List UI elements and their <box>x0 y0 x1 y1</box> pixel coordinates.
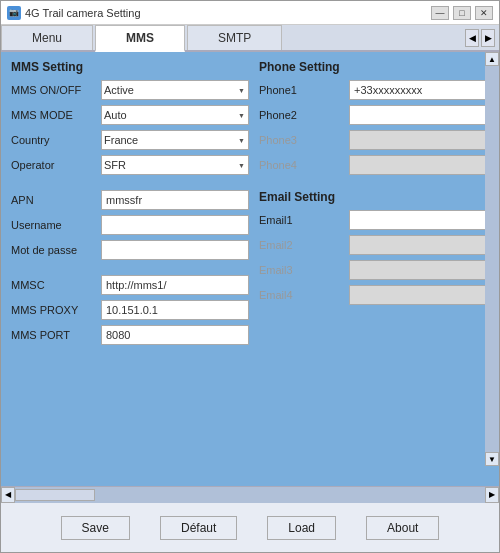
save-button[interactable]: Save <box>61 516 130 540</box>
password-input[interactable] <box>101 240 249 260</box>
phone2-row: Phone2 <box>259 105 485 125</box>
minimize-button[interactable]: — <box>431 6 449 20</box>
mmsport-row: MMS PORT <box>11 325 249 345</box>
scroll-up-arrow[interactable]: ▲ <box>485 52 499 66</box>
mms-onoff-select[interactable]: Active Inactive <box>101 80 249 100</box>
tab-next-arrow[interactable]: ▶ <box>481 29 495 47</box>
mmsport-label: MMS PORT <box>11 329 101 341</box>
left-panel: MMS Setting MMS ON/OFF Active Inactive M… <box>11 60 249 482</box>
email-setting-title: Email Setting <box>259 190 485 204</box>
phone2-label: Phone2 <box>259 109 349 121</box>
tabs-row: Menu MMS SMTP ◀ ▶ <box>1 25 499 52</box>
operator-row: Operator SFR <box>11 155 249 175</box>
mmsc-row: MMSC <box>11 275 249 295</box>
mmsproxy-input[interactable] <box>101 300 249 320</box>
email1-label: Email1 <box>259 214 349 226</box>
mms-mode-select-wrapper: Auto Manual <box>101 105 249 125</box>
country-select-wrapper: France <box>101 130 249 150</box>
close-button[interactable]: ✕ <box>475 6 493 20</box>
password-row: Mot de passe <box>11 240 249 260</box>
mms-onoff-label: MMS ON/OFF <box>11 84 101 96</box>
phone1-input[interactable] <box>349 80 485 100</box>
phone3-label: Phone3 <box>259 134 349 146</box>
mmsproxy-label: MMS PROXY <box>11 304 101 316</box>
footer: Save Défaut Load About <box>1 502 499 552</box>
email4-input <box>349 285 485 305</box>
email3-row: Email3 <box>259 260 485 280</box>
title-bar-left: 📷 4G Trail camera Setting <box>7 6 141 20</box>
username-row: Username <box>11 215 249 235</box>
phone1-label: Phone1 <box>259 84 349 96</box>
right-panel: Phone Setting Phone1 Phone2 Phone3 Phone… <box>259 60 485 482</box>
mms-onoff-select-wrapper: Active Inactive <box>101 80 249 100</box>
email4-row: Email4 <box>259 285 485 305</box>
phone1-row: Phone1 <box>259 80 485 100</box>
phone3-row: Phone3 <box>259 130 485 150</box>
phone2-input[interactable] <box>349 105 485 125</box>
tab-mms[interactable]: MMS <box>95 25 185 52</box>
hscroll-thumb[interactable] <box>15 489 95 501</box>
divider2 <box>11 265 249 273</box>
username-label: Username <box>11 219 101 231</box>
apn-row: APN <box>11 190 249 210</box>
apn-label: APN <box>11 194 101 206</box>
tab-navigation: ◀ ▶ <box>461 25 499 50</box>
about-button[interactable]: About <box>366 516 439 540</box>
email3-label: Email3 <box>259 264 349 276</box>
app-icon: 📷 <box>7 6 21 20</box>
mms-setting-title: MMS Setting <box>11 60 249 74</box>
operator-label: Operator <box>11 159 101 171</box>
load-button[interactable]: Load <box>267 516 336 540</box>
content-area: MMS Setting MMS ON/OFF Active Inactive M… <box>1 52 485 486</box>
main-window: 📷 4G Trail camera Setting — □ ✕ Menu MMS… <box>0 0 500 553</box>
mms-onoff-row: MMS ON/OFF Active Inactive <box>11 80 249 100</box>
country-row: Country France <box>11 130 249 150</box>
email2-input <box>349 235 485 255</box>
tab-menu[interactable]: Menu <box>1 25 93 50</box>
window-title: 4G Trail camera Setting <box>25 7 141 19</box>
operator-select-wrapper: SFR <box>101 155 249 175</box>
email2-row: Email2 <box>259 235 485 255</box>
phone-setting-title: Phone Setting <box>259 60 485 74</box>
password-label: Mot de passe <box>11 244 101 256</box>
maximize-button[interactable]: □ <box>453 6 471 20</box>
scroll-track[interactable] <box>485 66 499 452</box>
email4-label: Email4 <box>259 289 349 301</box>
divider1 <box>11 180 249 188</box>
horizontal-scrollbar[interactable]: ◀ ▶ <box>1 486 499 502</box>
mmsc-input[interactable] <box>101 275 249 295</box>
mms-mode-label: MMS MODE <box>11 109 101 121</box>
mmsproxy-row: MMS PROXY <box>11 300 249 320</box>
operator-select[interactable]: SFR <box>101 155 249 175</box>
mmsc-label: MMSC <box>11 279 101 291</box>
phone4-row: Phone4 <box>259 155 485 175</box>
tab-prev-arrow[interactable]: ◀ <box>465 29 479 47</box>
main-content: ▲ ▼ MMS Setting MMS ON/OFF Active Inacti… <box>1 52 499 486</box>
hscroll-right-arrow[interactable]: ▶ <box>485 487 499 503</box>
scroll-down-arrow[interactable]: ▼ <box>485 452 499 466</box>
country-select[interactable]: France <box>101 130 249 150</box>
tab-smtp[interactable]: SMTP <box>187 25 282 50</box>
phone4-label: Phone4 <box>259 159 349 171</box>
vertical-scrollbar[interactable]: ▲ ▼ <box>485 52 499 466</box>
phone4-input <box>349 155 485 175</box>
email2-label: Email2 <box>259 239 349 251</box>
username-input[interactable] <box>101 215 249 235</box>
window-controls: — □ ✕ <box>431 6 493 20</box>
title-bar: 📷 4G Trail camera Setting — □ ✕ <box>1 1 499 25</box>
email1-input[interactable] <box>349 210 485 230</box>
mmsport-input[interactable] <box>101 325 249 345</box>
hscroll-left-arrow[interactable]: ◀ <box>1 487 15 503</box>
divider3 <box>259 180 485 188</box>
country-label: Country <box>11 134 101 146</box>
default-button[interactable]: Défaut <box>160 516 237 540</box>
email1-row: Email1 <box>259 210 485 230</box>
apn-input[interactable] <box>101 190 249 210</box>
phone3-input <box>349 130 485 150</box>
email3-input <box>349 260 485 280</box>
mms-mode-row: MMS MODE Auto Manual <box>11 105 249 125</box>
hscroll-track[interactable] <box>15 487 485 503</box>
mms-mode-select[interactable]: Auto Manual <box>101 105 249 125</box>
